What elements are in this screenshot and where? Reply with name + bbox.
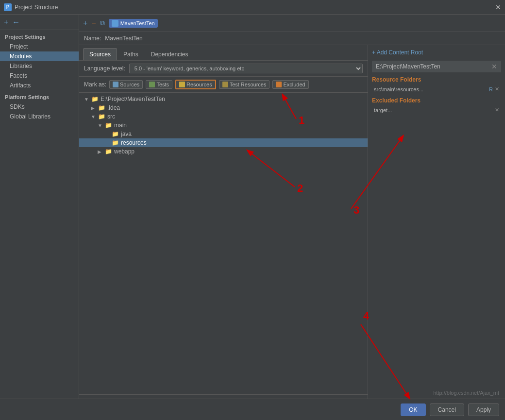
ok-button[interactable]: OK bbox=[401, 403, 425, 416]
mark-as-bar: Mark as: Sources Tests Resources bbox=[79, 77, 368, 93]
module-name-tag: MavenTestTen bbox=[109, 19, 158, 28]
watermark: http://blog.csdn.net/Ajax_mt bbox=[433, 390, 499, 396]
sidebar-item-global-libraries[interactable]: Global Libraries bbox=[0, 112, 79, 121]
folder-icon-root: 📁 bbox=[91, 96, 99, 102]
file-panel: Sources Paths Dependencies Language leve… bbox=[79, 45, 368, 420]
mark-resources-btn[interactable]: Resources bbox=[175, 80, 216, 89]
sidebar-back-btn[interactable]: ← bbox=[11, 17, 21, 28]
cancel-button[interactable]: Cancel bbox=[430, 403, 464, 416]
excluded-icon bbox=[276, 82, 282, 87]
tree-item-webapp[interactable]: ▶ 📁 webapp bbox=[79, 147, 368, 156]
title-text: Project Structure bbox=[15, 4, 492, 11]
tree-item-src[interactable]: ▼ 📁 src bbox=[79, 112, 368, 121]
tree-label-main: main bbox=[114, 122, 127, 129]
tree-arrow-idea: ▶ bbox=[91, 105, 98, 111]
sidebar-item-sdks[interactable]: SDKs bbox=[0, 102, 79, 112]
project-settings-header: Project Settings bbox=[0, 30, 79, 42]
tree-arrow-webapp: ▶ bbox=[98, 149, 104, 154]
tree-arrow-root: ▼ bbox=[84, 97, 91, 102]
tab-sources[interactable]: Sources bbox=[83, 48, 117, 60]
module-copy-btn[interactable]: ⧉ bbox=[100, 19, 105, 27]
platform-settings-header: Platform Settings bbox=[0, 90, 79, 102]
name-label: Name: bbox=[84, 35, 101, 42]
main-layout: + ← Project Settings Project Modules Lib… bbox=[0, 15, 505, 420]
sidebar-add-btn[interactable]: + bbox=[3, 17, 9, 28]
module-icon bbox=[112, 20, 118, 27]
tab-dependencies[interactable]: Dependencies bbox=[145, 48, 195, 60]
excluded-folder-path: target... bbox=[374, 107, 392, 113]
file-tree: ▼ 📁 E:\Project\MavenTestTen ▶ 📁 .idea ▼ … bbox=[79, 93, 368, 394]
content-area: + − ⧉ MavenTestTen Name: MavenTestTen So… bbox=[79, 15, 505, 420]
lang-level-select[interactable]: 5.0 - 'enum' keyword, generics, autoboxi… bbox=[129, 64, 363, 73]
mark-testresources-btn[interactable]: Test Resources bbox=[219, 80, 270, 89]
resource-folder-r[interactable]: R bbox=[489, 86, 493, 92]
tab-paths[interactable]: Paths bbox=[117, 48, 145, 60]
lang-level-label: Language level: bbox=[84, 65, 125, 72]
sidebar-toolbar: + ← bbox=[0, 15, 79, 30]
sidebar-item-modules[interactable]: Modules bbox=[0, 51, 79, 61]
sidebar-item-artifacts[interactable]: Artifacts bbox=[0, 81, 79, 90]
content-root-path: E:\Project\MavenTestTen bbox=[376, 63, 440, 70]
bottom-bar: OK Cancel Apply bbox=[0, 399, 505, 420]
folder-icon-idea: 📁 bbox=[98, 105, 105, 111]
app-icon: P bbox=[4, 3, 12, 11]
tree-label-idea: .idea bbox=[107, 104, 120, 111]
sidebar: + ← Project Settings Project Modules Lib… bbox=[0, 15, 79, 420]
close-icon[interactable]: ✕ bbox=[495, 3, 501, 11]
tree-label-webapp: webapp bbox=[114, 148, 135, 155]
folder-icon-src: 📁 bbox=[98, 114, 105, 119]
tree-arrow-main: ▼ bbox=[98, 123, 104, 128]
apply-button[interactable]: Apply bbox=[468, 403, 499, 416]
sidebar-item-project[interactable]: Project bbox=[0, 42, 79, 51]
tree-item-java[interactable]: 📁 java bbox=[79, 130, 368, 138]
tree-item-resources[interactable]: 📁 resources bbox=[79, 138, 368, 147]
excluded-folders-header: Excluded Folders bbox=[372, 93, 501, 106]
folder-icon-webapp: 📁 bbox=[104, 149, 112, 154]
folder-icon-java: 📁 bbox=[111, 131, 119, 137]
tree-label-root: E:\Project\MavenTestTen bbox=[101, 96, 165, 102]
resource-folder-path: src\main\resources... bbox=[374, 86, 423, 92]
excluded-folder-close[interactable]: ✕ bbox=[495, 107, 499, 113]
lang-level-bar: Language level: 5.0 - 'enum' keyword, ge… bbox=[79, 61, 368, 77]
resources-icon bbox=[179, 82, 185, 87]
content-root-header: E:\Project\MavenTestTen ✕ bbox=[372, 61, 501, 72]
tree-label-src: src bbox=[107, 113, 115, 120]
tree-item-main[interactable]: ▼ 📁 main bbox=[79, 121, 368, 130]
tree-label-resources: resources bbox=[121, 139, 147, 146]
tree-arrow-src: ▼ bbox=[91, 114, 98, 119]
add-content-root-btn[interactable]: + Add Content Root bbox=[372, 49, 501, 56]
folder-icon-main: 📁 bbox=[104, 122, 112, 128]
mark-excluded-btn[interactable]: Excluded bbox=[272, 80, 308, 89]
tabs-bar: Sources Paths Dependencies bbox=[79, 45, 368, 61]
sidebar-item-libraries[interactable]: Libraries bbox=[0, 61, 79, 71]
right-split: Sources Paths Dependencies Language leve… bbox=[79, 45, 505, 420]
tree-item-root[interactable]: ▼ 📁 E:\Project\MavenTestTen bbox=[79, 95, 368, 103]
title-bar: P Project Structure ✕ bbox=[0, 0, 505, 15]
resource-folder-remove[interactable]: ✕ bbox=[495, 86, 499, 92]
mark-sources-btn[interactable]: Sources bbox=[109, 80, 143, 89]
info-panel: + Add Content Root E:\Project\MavenTestT… bbox=[368, 45, 505, 420]
name-value: MavenTestTen bbox=[105, 35, 142, 42]
tests-icon bbox=[149, 82, 155, 87]
mark-tests-btn[interactable]: Tests bbox=[146, 80, 172, 89]
excluded-folder-item: target... ✕ bbox=[372, 106, 501, 114]
sources-icon bbox=[113, 82, 118, 87]
folder-icon-resources: 📁 bbox=[111, 140, 119, 146]
resource-folders-header: Resource Folders bbox=[372, 74, 501, 85]
module-tree-bar: + − ⧉ MavenTestTen bbox=[79, 15, 505, 32]
name-row: Name: MavenTestTen bbox=[79, 32, 505, 45]
tree-item-idea[interactable]: ▶ 📁 .idea bbox=[79, 103, 368, 112]
resource-folder-item: src\main\resources... R ✕ bbox=[372, 85, 501, 93]
testresources-icon bbox=[222, 82, 228, 87]
module-name-label: MavenTestTen bbox=[120, 20, 155, 26]
sidebar-item-facets[interactable]: Facets bbox=[0, 71, 79, 81]
content-root-close-btn[interactable]: ✕ bbox=[491, 63, 497, 70]
tree-label-java: java bbox=[121, 131, 132, 137]
module-remove-btn[interactable]: − bbox=[91, 19, 96, 28]
mark-as-label: Mark as: bbox=[84, 81, 106, 88]
module-add-btn[interactable]: + bbox=[83, 19, 87, 28]
